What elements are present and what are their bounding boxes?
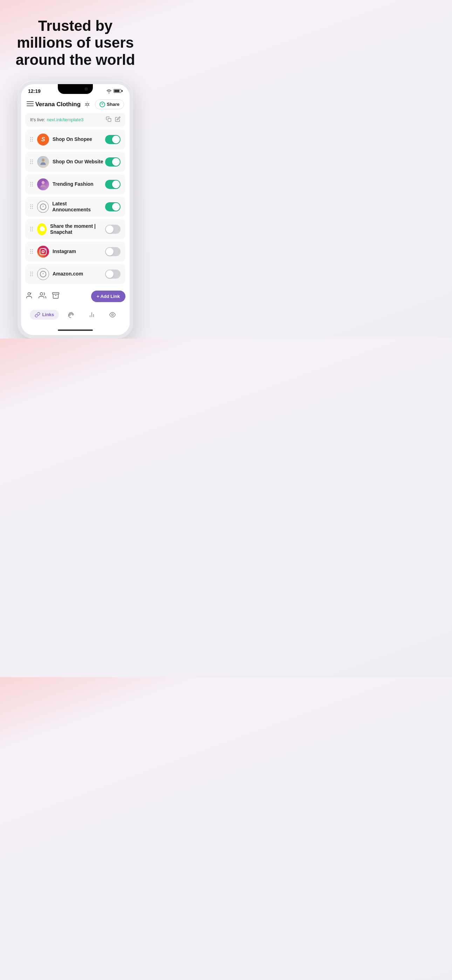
fashion-icon (37, 178, 49, 190)
link-item-announce: Latest Announcements (25, 197, 126, 217)
notch (58, 84, 93, 94)
website-icon (37, 156, 49, 168)
shopee-icon: S (37, 134, 49, 145)
share-button[interactable]: Share (95, 100, 124, 109)
status-time: 12:19 (28, 88, 41, 94)
live-url-text: It's live: nexl.ink/template3 (30, 116, 83, 123)
drag-handle-shopee[interactable] (30, 137, 33, 142)
share-label: Share (107, 102, 119, 107)
instagram-label: Instagram (53, 248, 76, 255)
drag-handle-website[interactable] (30, 159, 33, 164)
drag-handle-amazon[interactable] (30, 272, 33, 276)
share-circle-icon (100, 102, 105, 107)
archive-icon[interactable] (52, 292, 60, 301)
link-item-amazon: Amazon.com (25, 264, 126, 284)
link-item-left: Shop On Our Website (30, 156, 103, 168)
link-item-website: Shop On Our Website (25, 152, 126, 172)
home-bar (58, 329, 93, 331)
instagram-toggle[interactable] (105, 247, 121, 256)
phone-screen: 12:19 (21, 84, 130, 335)
home-indicator (21, 325, 130, 335)
instagram-icon (37, 246, 49, 258)
svg-point-3 (86, 103, 88, 105)
link-item-shopee: S Shop On Shopee (25, 129, 126, 150)
live-actions (106, 116, 121, 123)
live-url-bar: It's live: nexl.ink/template3 (25, 113, 126, 127)
snapchat-label: Share the moment | Snapchat (50, 223, 105, 235)
live-prefix: It's live: (30, 117, 45, 123)
link-item-left: Trending Fashion (30, 178, 94, 190)
shopee-toggle[interactable] (105, 135, 121, 144)
link-item-fashion: Trending Fashion (25, 174, 126, 194)
hero-title: Trusted by millions of users around the … (0, 0, 151, 81)
nav-design[interactable] (63, 309, 80, 320)
bottom-bar-icons (25, 292, 60, 301)
bottom-nav: Links (21, 305, 130, 325)
snapchat-toggle[interactable] (105, 225, 121, 234)
add-link-button[interactable]: + Add Link (91, 291, 126, 302)
fashion-toggle[interactable] (105, 180, 121, 189)
link-item-left: Instagram (30, 246, 76, 258)
links-list: S Shop On Shopee (21, 129, 130, 284)
svg-point-14 (40, 293, 43, 295)
app-header: Verana Clothing Share (21, 96, 130, 113)
svg-rect-1 (27, 103, 33, 104)
svg-rect-15 (53, 293, 59, 294)
menu-icon[interactable] (27, 100, 33, 108)
nav-links-label: Links (42, 312, 54, 317)
battery-icon (113, 89, 123, 93)
drag-handle-fashion[interactable] (30, 182, 33, 186)
link-item-left: Latest Announcements (30, 201, 105, 213)
svg-point-23 (111, 314, 113, 315)
link-item-instagram: Instagram (25, 242, 126, 262)
status-icons (106, 89, 123, 93)
fashion-label: Trending Fashion (53, 181, 94, 187)
amazon-icon (37, 268, 49, 280)
website-toggle[interactable] (105, 158, 121, 167)
nav-preview[interactable] (104, 309, 121, 320)
share-users-icon[interactable] (38, 292, 46, 301)
profile-icon[interactable] (25, 292, 33, 301)
edit-icon[interactable] (115, 116, 121, 123)
drag-handle-instagram[interactable] (30, 249, 33, 254)
link-item-snapchat: Share the moment | Snapchat (25, 219, 126, 239)
shopee-label: Shop On Shopee (53, 136, 92, 142)
link-item-left: Amazon.com (30, 268, 83, 280)
svg-rect-4 (108, 118, 111, 122)
header-actions: Share (82, 100, 124, 109)
amazon-toggle[interactable] (105, 269, 121, 278)
live-url[interactable]: nexl.ink/template3 (46, 117, 83, 123)
announce-label: Latest Announcements (52, 201, 105, 213)
nav-links[interactable]: Links (30, 310, 59, 320)
copy-icon[interactable] (106, 116, 111, 123)
website-label: Shop On Our Website (53, 159, 103, 165)
svg-point-6 (42, 181, 45, 184)
link-item-left: Share the moment | Snapchat (30, 223, 105, 235)
svg-point-5 (42, 158, 45, 162)
phone-mockup: 12:19 (18, 81, 133, 339)
app-title: Verana Clothing (35, 101, 81, 108)
link-item-left: S Shop On Shopee (30, 134, 92, 145)
announce-icon (37, 201, 49, 213)
nav-analytics[interactable] (83, 309, 100, 320)
drag-handle-announce[interactable] (30, 204, 33, 209)
bug-icon[interactable] (82, 100, 92, 109)
announce-toggle[interactable] (105, 202, 121, 212)
snapchat-icon (37, 223, 46, 235)
bottom-action-bar: + Add Link (25, 288, 126, 304)
drag-handle-snapchat[interactable] (30, 227, 33, 231)
wifi-icon (106, 89, 112, 93)
notch-camera (84, 87, 88, 91)
svg-rect-2 (27, 105, 33, 106)
svg-rect-0 (27, 101, 33, 102)
amazon-label: Amazon.com (53, 271, 83, 277)
status-bar: 12:19 (21, 84, 130, 96)
svg-point-17 (72, 314, 73, 315)
